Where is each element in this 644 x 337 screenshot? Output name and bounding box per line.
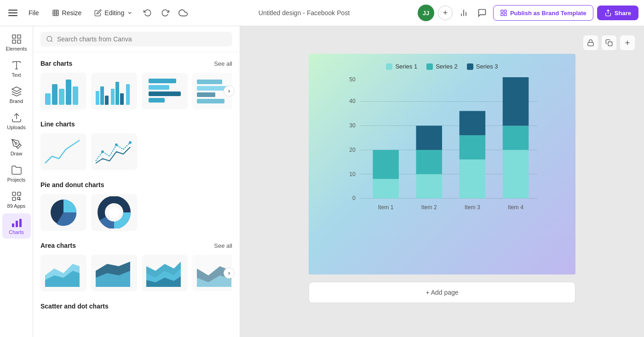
svg-rect-19 [12, 197, 16, 200]
chevron-down-icon [127, 10, 132, 16]
bar-charts-grid [40, 73, 232, 109]
search-icon [46, 35, 53, 43]
svg-point-48 [101, 150, 104, 153]
line-chart-thumb-2[interactable] [91, 133, 137, 170]
area-charts-grid [40, 255, 232, 291]
legend-dot-series2 [426, 63, 433, 70]
x-label-item4: Item 4 [508, 204, 523, 211]
bar-charts-scroll-right[interactable]: › [224, 86, 235, 97]
sidebar-item-charts[interactable]: Charts [2, 213, 31, 239]
line-charts-header: Line charts [40, 120, 232, 128]
area-chart-thumb-2[interactable] [91, 255, 137, 291]
redo-button[interactable] [158, 6, 172, 20]
cloud-icon [178, 8, 188, 17]
bar-item3-s1 [460, 160, 485, 199]
comments-button[interactable] [475, 6, 489, 20]
bar-item4-s1 [503, 150, 529, 198]
resize-button[interactable]: Resize [47, 6, 86, 19]
sidebar-item-apps[interactable]: 89 Apps [2, 187, 31, 212]
brand-icon [11, 86, 22, 97]
stats-button[interactable] [456, 6, 471, 20]
legend-label-series2: Series 2 [436, 63, 458, 70]
sidebar-item-text-label: Text [12, 72, 21, 78]
line-chart-thumb-1[interactable] [40, 133, 86, 170]
search-input[interactable] [57, 35, 227, 43]
sidebar-item-brand-label: Brand [10, 98, 23, 104]
svg-rect-47 [197, 99, 224, 103]
redo-icon [161, 9, 169, 17]
area-charts-title: Area charts [40, 242, 76, 249]
area-charts-scroll-right[interactable]: › [224, 268, 235, 279]
sidebar-item-projects[interactable]: Projects [2, 161, 31, 186]
duplicate-button[interactable] [602, 35, 616, 50]
hamburger-button[interactable] [6, 7, 20, 19]
sidebar-item-text[interactable]: Text [2, 56, 31, 81]
svg-rect-29 [52, 84, 58, 105]
sidebar-item-uploads[interactable]: Uploads [2, 109, 31, 134]
add-collaborator-button[interactable]: + [438, 6, 453, 20]
pencil-icon [94, 9, 102, 17]
user-avatar[interactable]: JJ [418, 5, 434, 21]
undo-button[interactable] [141, 6, 155, 20]
plus-icon [624, 39, 631, 46]
add-element-button[interactable] [620, 35, 635, 50]
area-charts-section: Area charts See all [33, 234, 240, 295]
svg-text:50: 50 [349, 77, 356, 83]
apps-icon [11, 191, 22, 202]
bar-charts-see-all[interactable]: See all [214, 60, 232, 67]
editing-button[interactable]: Editing [90, 6, 137, 19]
svg-rect-40 [149, 79, 176, 83]
grid-icon [11, 34, 22, 45]
sidebar-item-brand[interactable]: Brand [2, 82, 31, 108]
area-chart-thumb-1[interactable] [40, 255, 86, 291]
toolbar-left: File Resize Editing [6, 6, 190, 20]
cloud-save-button[interactable] [176, 6, 190, 20]
svg-rect-43 [149, 98, 165, 103]
bar-charts-title: Bar charts [40, 60, 72, 67]
add-page-button[interactable]: + Add page [309, 282, 575, 303]
bar-chart-thumb-2[interactable] [91, 73, 137, 109]
sidebar-item-uploads-label: Uploads [7, 125, 25, 130]
stats-icon [459, 8, 468, 17]
bar-item1-s1 [373, 179, 398, 198]
scatter-header: Scatter and dot charts [40, 303, 232, 310]
svg-rect-34 [100, 86, 104, 105]
document-title: Untitled design - Facebook Post [259, 9, 350, 17]
canvas-frame[interactable]: Series 1 Series 2 Series 3 [309, 54, 575, 274]
template-icon [500, 9, 507, 17]
line-charts-section: Line charts [33, 113, 240, 174]
canvas-area: Series 1 Series 2 Series 3 [240, 26, 644, 337]
bar-chart-thumb-3[interactable] [142, 73, 188, 109]
svg-rect-42 [149, 91, 181, 96]
bar-charts-section: Bar charts See all [33, 52, 240, 113]
comments-icon [477, 8, 487, 17]
chart-legend: Series 1 Series 2 Series 3 [318, 63, 566, 70]
sidebar-item-elements-label: Elements [6, 46, 27, 51]
donut-chart-thumb[interactable] [91, 194, 137, 231]
svg-text:40: 40 [349, 98, 356, 104]
scatter-title: Scatter and dot charts [40, 303, 109, 310]
share-icon [604, 9, 612, 17]
sidebar-item-draw[interactable]: Draw [2, 135, 31, 160]
lock-button[interactable] [583, 35, 598, 50]
svg-rect-9 [12, 35, 16, 38]
area-chart-thumb-3[interactable] [142, 255, 188, 291]
icon-sidebar: Elements Text Brand Uploads Draw Project… [0, 26, 33, 337]
draw-icon [11, 138, 22, 149]
legend-item-series1: Series 1 [386, 63, 417, 70]
publish-button[interactable]: Publish as Brand Template [493, 5, 593, 21]
sidebar-item-elements[interactable]: Elements [2, 30, 31, 55]
area-charts-see-all[interactable]: See all [214, 242, 232, 249]
share-button[interactable]: Share [597, 6, 638, 20]
svg-rect-12 [12, 40, 16, 43]
pie-chart-thumb[interactable] [40, 194, 86, 231]
bar-charts-grid-wrap: › [40, 73, 232, 109]
scatter-section: Scatter and dot charts [33, 295, 240, 319]
line-chart-preview-2 [93, 136, 135, 168]
svg-point-26 [47, 36, 52, 41]
bar-chart-thumb-1[interactable] [40, 73, 86, 109]
file-menu-button[interactable]: File [24, 6, 44, 19]
legend-item-series3: Series 3 [467, 63, 498, 70]
bar-item2-s3 [416, 126, 442, 150]
svg-rect-7 [501, 13, 503, 16]
